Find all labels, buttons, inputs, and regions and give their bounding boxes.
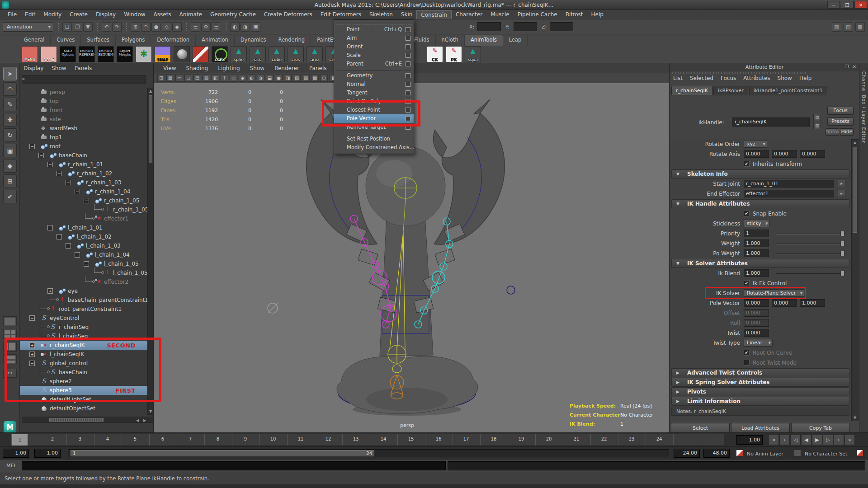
tear-off-handle[interactable]: [336, 22, 412, 24]
animation-end-field[interactable]: 48.00: [703, 449, 730, 458]
x-input[interactable]: [477, 22, 501, 31]
value-field[interactable]: 1.000: [744, 239, 769, 247]
menu-muscle[interactable]: Muscle: [486, 10, 514, 19]
outliner-row-effector2[interactable]: effector2: [20, 277, 147, 286]
section-header-skeleton-info[interactable]: ▼Skeleton Info: [671, 169, 849, 178]
menu-pipeline-cache[interactable]: Pipeline Cache: [514, 10, 561, 19]
option-box-icon[interactable]: [406, 73, 410, 78]
value-field[interactable]: 0.000: [744, 329, 769, 337]
outliner-row-front[interactable]: front: [20, 106, 147, 115]
outliner-row-side[interactable]: side: [20, 115, 147, 124]
lasso-tool[interactable]: ◠: [3, 82, 17, 96]
step-back-frame-button[interactable]: ◁: [790, 435, 801, 445]
isolate-icon[interactable]: ▩: [311, 74, 319, 82]
shelf-item-snap[interactable]: SNAP: [155, 46, 171, 62]
film-gate-icon[interactable]: ▭: [175, 74, 183, 82]
new-scene-icon[interactable]: ❏: [62, 22, 72, 32]
resolution-gate-icon[interactable]: ◻: [184, 74, 192, 82]
playback-end-field[interactable]: 24.00: [674, 449, 700, 458]
last-tool[interactable]: ✔: [3, 190, 17, 203]
playback-start-field[interactable]: 1.00: [34, 449, 61, 458]
menu-animate[interactable]: Animate: [175, 10, 206, 19]
outliner-row-basechain[interactable]: −baseChain: [20, 151, 147, 160]
outliner-row-l-chain-1-05-c[interactable]: l_chain_1_05_c: [20, 268, 147, 277]
menu-character[interactable]: Character: [452, 10, 486, 19]
value-field[interactable]: 0.000: [800, 150, 825, 158]
panel-copy-icon[interactable]: ❐: [845, 64, 849, 69]
shelf-item-arro[interactable]: arro: [307, 46, 323, 62]
character-set-status[interactable]: No Character Set: [805, 451, 847, 457]
snap-grid-icon[interactable]: ⊞: [131, 22, 140, 32]
safe-title-icon[interactable]: T: [221, 74, 228, 82]
shelf-item-export-morphs[interactable]: Export Morphs: [117, 46, 133, 62]
menu-item-remove-target[interactable]: Remove Target: [334, 123, 414, 131]
show-tool-settings-icon[interactable]: ▤: [844, 22, 853, 32]
dock-grip[interactable]: [672, 72, 808, 74]
shelf-item-cube[interactable]: cube: [269, 46, 285, 62]
section-header-ik-spring-solver-attributes[interactable]: ▶IK Spring Solver Attributes: [671, 378, 849, 387]
connection-icon[interactable]: ▸: [838, 180, 845, 187]
checkbox-root-on-curve[interactable]: ✔: [744, 350, 750, 356]
outliner-row-r-chain-1-03[interactable]: −r_chain_1_03: [20, 178, 147, 187]
value-field[interactable]: 1: [744, 230, 769, 237]
slider-handle[interactable]: [840, 241, 844, 246]
option-box-icon[interactable]: [406, 125, 410, 130]
shaded-icon[interactable]: ◆: [239, 74, 246, 82]
input-connections-icon[interactable]: ☰: [191, 22, 200, 32]
layout-dropdown-left[interactable]: ▾ ▾: [3, 369, 17, 378]
ae-menu-show[interactable]: Show: [778, 75, 792, 81]
expand-toggle-icon[interactable]: −: [66, 243, 71, 249]
menu-edit[interactable]: Edit: [21, 10, 39, 19]
outliner-row-r-chain-1-04[interactable]: −r_chain_1_04: [20, 187, 147, 196]
value-field[interactable]: 0.000: [744, 319, 769, 327]
animation-start-field[interactable]: 1.00: [3, 449, 29, 458]
expand-toggle-icon[interactable]: −: [66, 180, 71, 185]
slider-handle[interactable]: [840, 271, 844, 276]
multisample-icon[interactable]: ▧: [293, 74, 301, 82]
play-backwards-button[interactable]: ◀: [801, 435, 811, 445]
value-field[interactable]: r_chain_1_01: [744, 180, 834, 188]
grid-icon[interactable]: ▦: [166, 74, 174, 82]
value-field[interactable]: 0.000: [744, 299, 769, 307]
render-settings-icon[interactable]: ▣: [251, 22, 260, 32]
outliner-row-sphere2[interactable]: sphere2: [20, 377, 147, 386]
value-field[interactable]: 0.000: [744, 309, 769, 317]
ae-menu-list[interactable]: List: [673, 75, 683, 81]
shelf-tab-rendering[interactable]: Rendering: [272, 35, 311, 46]
outliner-row-r-chainseq[interactable]: r_chainSeq: [20, 323, 147, 332]
pin-node-icon[interactable]: ▥: [813, 122, 821, 129]
slider-groove[interactable]: [776, 234, 844, 235]
ae-menu-help[interactable]: Help: [799, 75, 811, 81]
viewport-menu-renderer[interactable]: Renderer: [270, 65, 303, 71]
outliner-row-root-parentconstraint1[interactable]: root_parentConstraint1: [20, 305, 147, 314]
menu-item-modify-constrained-axis[interactable]: Modify Constrained Axis...: [334, 143, 414, 152]
connection-icon[interactable]: ▸: [838, 190, 845, 197]
shelf-item-item[interactable]: [174, 46, 190, 62]
expand-toggle-icon[interactable]: +: [47, 288, 53, 294]
scale-tool[interactable]: ▣: [3, 144, 17, 157]
textured-icon[interactable]: ◐: [248, 74, 255, 82]
shelf-item-import-reference[interactable]: IMPORT REFERENCE: [79, 46, 95, 62]
menu-window[interactable]: Window: [120, 10, 149, 19]
auto-key-icon[interactable]: [856, 450, 863, 457]
menu-item-point-on-poly[interactable]: Point On Poly: [334, 97, 414, 106]
show-manipulator-tool[interactable]: ⊞: [3, 174, 17, 188]
expand-toggle-icon[interactable]: −: [38, 153, 44, 158]
outliner-row-l-chain-1-03[interactable]: −l_chain_1_03: [20, 241, 147, 250]
step-forward-key-button[interactable]: ›: [834, 435, 844, 445]
status-separator[interactable]: [97, 23, 99, 31]
menu-item-parent[interactable]: ParentCtrl+E: [334, 60, 414, 68]
menu-item-orient[interactable]: Orient: [334, 42, 414, 51]
snap-curve-icon[interactable]: ◠: [141, 22, 151, 32]
ipr-render-icon[interactable]: ◑: [241, 22, 250, 32]
shelf-tab-polygons[interactable]: Polygons: [116, 35, 151, 46]
outliner-row-persp[interactable]: persp: [20, 88, 147, 97]
outliner-row-r-chain-1-05[interactable]: −r_chain_1_05: [20, 196, 147, 205]
status-separator[interactable]: [58, 23, 60, 31]
mel-label[interactable]: MEL: [6, 463, 17, 469]
hide-button[interactable]: Hide: [840, 128, 854, 136]
shelf-tab-animation[interactable]: Animation: [196, 35, 235, 46]
menu-create[interactable]: Create: [66, 10, 92, 19]
shelf-item-cgfx[interactable]: CGFX: [212, 46, 228, 62]
menu-item-set-rest-position[interactable]: Set Rest Position: [334, 135, 414, 143]
